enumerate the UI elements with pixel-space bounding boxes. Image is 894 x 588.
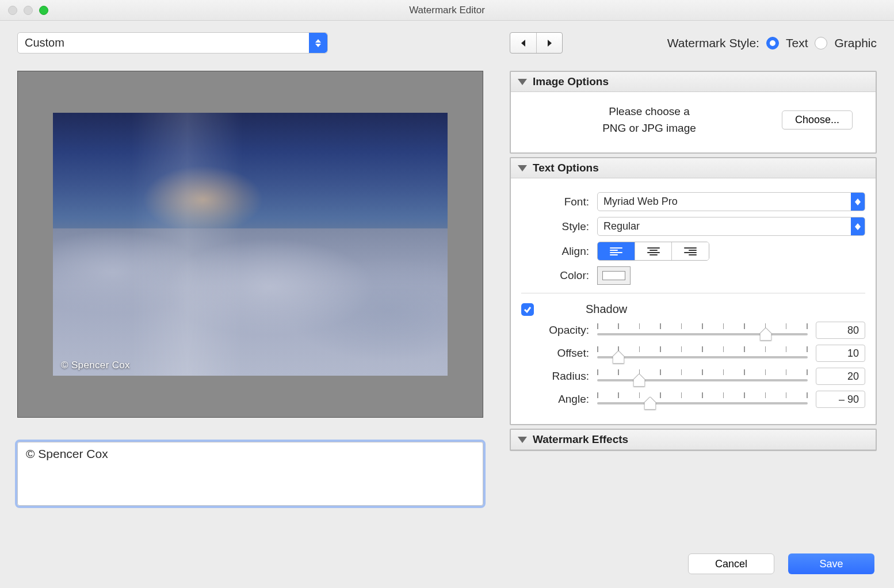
angle-label: Angle: [521, 393, 589, 406]
style-select[interactable]: Regular [597, 217, 865, 236]
offset-label: Offset: [521, 347, 589, 360]
align-label: Align: [521, 245, 589, 258]
chevron-down-icon [518, 79, 527, 85]
next-button[interactable] [536, 33, 562, 53]
chevron-updown-icon [309, 33, 327, 53]
opacity-slider[interactable] [597, 322, 808, 338]
window-title: Watermark Editor [0, 5, 894, 16]
radio-text[interactable] [766, 37, 779, 49]
radio-graphic[interactable] [815, 37, 827, 49]
radio-text-label: Text [786, 36, 808, 50]
offset-value[interactable]: 10 [816, 345, 865, 362]
panel-watermark-effects-header[interactable]: Watermark Effects [511, 430, 876, 450]
opacity-label: Opacity: [521, 324, 589, 337]
panel-text-options: Text Options Font: Myriad Web Pro [510, 157, 877, 425]
align-left-button[interactable] [598, 242, 635, 260]
prev-button[interactable] [510, 33, 536, 53]
font-label: Font: [521, 196, 589, 208]
style-label: Style: [521, 220, 589, 233]
watermark-text-input[interactable]: © Spencer Cox [17, 442, 483, 506]
preview-image: © Spencer Cox [53, 113, 448, 376]
image-options-message: Please choose a PNG or JPG image [534, 104, 765, 136]
radius-label: Radius: [521, 370, 589, 383]
watermark-style-label: Watermark Style: [667, 36, 759, 50]
radius-value[interactable]: 20 [816, 368, 865, 385]
radius-slider[interactable] [597, 368, 808, 384]
align-center-button[interactable] [635, 242, 672, 260]
align-segmented [597, 242, 709, 261]
chevron-down-icon [518, 165, 527, 171]
color-label: Color: [521, 269, 589, 282]
titlebar: Watermark Editor [0, 0, 894, 21]
preset-select[interactable]: Custom [17, 32, 328, 54]
opacity-value[interactable]: 80 [816, 322, 865, 339]
offset-slider[interactable] [597, 345, 808, 361]
font-select[interactable]: Myriad Web Pro [597, 192, 865, 211]
shadow-checkbox[interactable] [521, 303, 534, 316]
save-button[interactable]: Save [788, 553, 874, 574]
watermark-style-group: Watermark Style: Text Graphic [667, 36, 877, 50]
panel-image-options: Image Options Please choose a PNG or JPG… [510, 71, 877, 154]
choose-image-button[interactable]: Choose... [782, 110, 853, 129]
panel-title: Watermark Effects [533, 433, 628, 446]
chevron-updown-icon [851, 217, 865, 235]
nav-arrows [510, 32, 563, 54]
chevron-updown-icon [851, 193, 865, 211]
angle-value[interactable]: – 90 [816, 391, 865, 408]
panel-watermark-effects: Watermark Effects [510, 429, 877, 451]
divider [521, 293, 865, 293]
panel-text-options-header[interactable]: Text Options [511, 158, 876, 178]
panel-title: Text Options [533, 162, 599, 174]
chevron-down-icon [518, 437, 527, 443]
panel-image-options-header[interactable]: Image Options [511, 72, 876, 92]
panel-title: Image Options [533, 75, 609, 88]
align-right-button[interactable] [671, 242, 709, 260]
watermark-preview-text: © Spencer Cox [61, 360, 130, 371]
radio-graphic-label: Graphic [834, 36, 877, 50]
preview-area: © Spencer Cox [17, 71, 483, 418]
cancel-button[interactable]: Cancel [688, 553, 774, 574]
color-swatch[interactable] [597, 266, 631, 285]
shadow-label: Shadow [586, 303, 627, 316]
preset-select-value: Custom [18, 36, 309, 49]
angle-slider[interactable] [597, 391, 808, 407]
